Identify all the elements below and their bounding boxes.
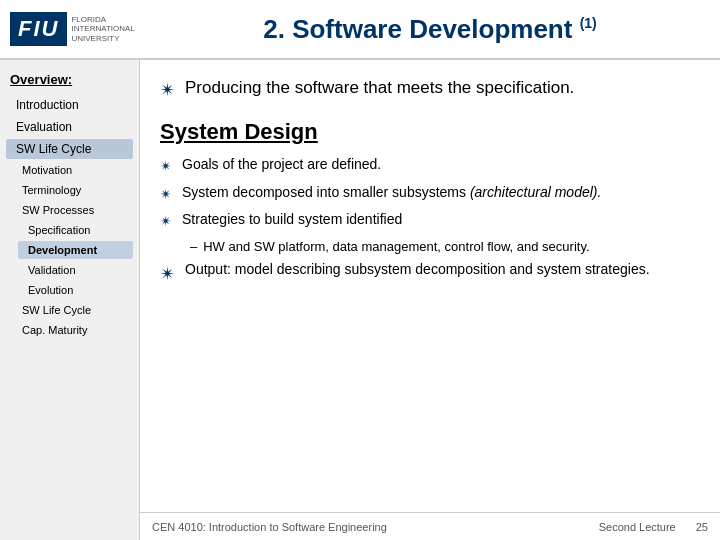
bullet-goals-text: Goals of the project are defined. xyxy=(182,155,381,175)
sidebar-item-sw-life-cycle-bottom[interactable]: SW Life Cycle xyxy=(12,301,133,319)
sidebar-item-motivation[interactable]: Motivation xyxy=(12,161,133,179)
title-text: 2. Software Development xyxy=(263,14,572,44)
sidebar-item-sw-life-cycle-top[interactable]: SW Life Cycle xyxy=(6,139,133,159)
bullet-decomposed-text: System decomposed into smaller subsystem… xyxy=(182,183,601,203)
title-sup: (1) xyxy=(580,15,597,31)
footer-left: CEN 4010: Introduction to Software Engin… xyxy=(152,521,387,533)
bullet-star-3: ✴ xyxy=(160,185,172,205)
output-bullet: ✴ Output: model describing subsystem dec… xyxy=(160,260,700,287)
bullet-strategies-text: Strategies to build system identified xyxy=(182,210,402,230)
footer-page: 25 xyxy=(696,521,708,533)
sidebar-item-evaluation[interactable]: Evaluation xyxy=(6,117,133,137)
intro-text: Producing the software that meets the sp… xyxy=(185,76,574,100)
bullet-goals: ✴ Goals of the project are defined. xyxy=(160,155,700,177)
sidebar-item-cap-maturity[interactable]: Cap. Maturity xyxy=(12,321,133,339)
content-area: ✴ Producing the software that meets the … xyxy=(140,60,720,540)
bullet-decomposed: ✴ System decomposed into smaller subsyst… xyxy=(160,183,700,205)
bullet-star-4: ✴ xyxy=(160,212,172,232)
sidebar-item-development[interactable]: Development xyxy=(18,241,133,259)
main-layout: Overview: Introduction Evaluation SW Lif… xyxy=(0,60,720,540)
footer-right: Second Lecture 25 xyxy=(599,521,708,533)
intro-bullet: ✴ Producing the software that meets the … xyxy=(160,76,700,103)
sub-sub-hw-sw-text: HW and SW platform, data management, con… xyxy=(203,238,589,256)
bullet-strategies: ✴ Strategies to build system identified xyxy=(160,210,700,232)
sidebar-item-validation[interactable]: Validation xyxy=(18,261,133,279)
output-text: Output: model describing subsystem decom… xyxy=(185,260,650,280)
sidebar-item-sw-processes[interactable]: SW Processes xyxy=(12,201,133,219)
intro-section: ✴ Producing the software that meets the … xyxy=(160,76,700,103)
sidebar-item-evolution[interactable]: Evolution xyxy=(18,281,133,299)
logo-area: FIU FLORIDA INTERNATIONALUNIVERSITY xyxy=(10,12,150,46)
sidebar-item-specification[interactable]: Specification xyxy=(18,221,133,239)
logo-box: FIU xyxy=(10,12,67,46)
sidebar-item-terminology[interactable]: Terminology xyxy=(12,181,133,199)
logo-subtext: FLORIDA INTERNATIONALUNIVERSITY xyxy=(71,15,150,44)
header: FIU FLORIDA INTERNATIONALUNIVERSITY 2. S… xyxy=(0,0,720,60)
section-title: System Design xyxy=(160,119,700,145)
sidebar: Overview: Introduction Evaluation SW Lif… xyxy=(0,60,140,540)
bullet-star-2: ✴ xyxy=(160,157,172,177)
footer-center: Second Lecture xyxy=(599,521,676,533)
system-design-section: System Design ✴ Goals of the project are… xyxy=(160,119,700,287)
bullet-star-1: ✴ xyxy=(160,78,175,103)
sidebar-item-introduction[interactable]: Introduction xyxy=(6,95,133,115)
sub-sub-hw-sw: HW and SW platform, data management, con… xyxy=(190,238,700,256)
sidebar-overview-label: Overview: xyxy=(0,68,139,93)
footer: CEN 4010: Introduction to Software Engin… xyxy=(140,512,720,540)
bullet-star-5: ✴ xyxy=(160,262,175,287)
page-title: 2. Software Development (1) xyxy=(150,14,710,45)
